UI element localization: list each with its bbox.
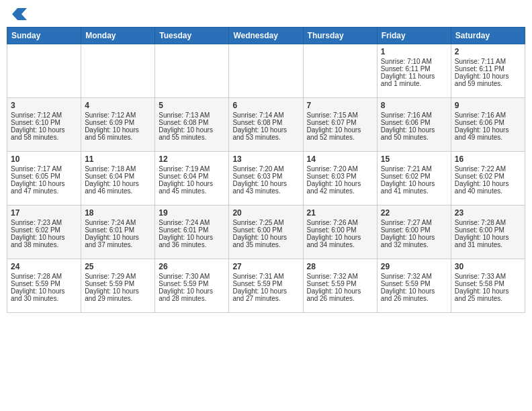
calendar-cell: 5Sunrise: 7:13 AMSunset: 6:08 PMDaylight… — [155, 98, 229, 152]
cell-info: Sunrise: 7:32 AM — [381, 273, 447, 280]
day-number: 4 — [85, 101, 151, 110]
cell-info: Sunrise: 7:29 AM — [85, 273, 151, 280]
cell-info: and 25 minutes. — [455, 295, 521, 302]
cell-info: Daylight: 10 hours — [381, 287, 447, 295]
cell-info: Sunset: 6:03 PM — [232, 173, 299, 180]
cell-info: Daylight: 10 hours — [455, 73, 521, 80]
logo — [7, 7, 27, 21]
calendar-cell: 6Sunrise: 7:14 AMSunset: 6:08 PMDaylight… — [229, 98, 303, 152]
calendar-week-3: 10Sunrise: 7:17 AMSunset: 6:05 PMDayligh… — [7, 152, 525, 205]
cell-info: Sunset: 5:59 PM — [159, 280, 225, 287]
calendar-cell: 4Sunrise: 7:12 AMSunset: 6:09 PMDaylight… — [81, 98, 155, 152]
cell-info: Sunrise: 7:13 AM — [159, 111, 225, 119]
page-header — [7, 7, 525, 21]
cell-info: Sunset: 6:02 PM — [455, 173, 521, 180]
day-number: 14 — [307, 154, 373, 164]
cell-info: Daylight: 10 hours — [11, 180, 77, 187]
calendar-cell: 10Sunrise: 7:17 AMSunset: 6:05 PMDayligh… — [7, 152, 81, 205]
cell-info: Sunrise: 7:32 AM — [307, 273, 373, 280]
day-number: 18 — [85, 208, 151, 218]
day-number: 20 — [232, 208, 299, 218]
cell-info: Sunrise: 7:21 AM — [381, 165, 447, 173]
calendar-week-2: 3Sunrise: 7:12 AMSunset: 6:10 PMDaylight… — [7, 98, 525, 152]
day-number: 9 — [455, 101, 521, 110]
cell-info: Sunset: 6:08 PM — [159, 119, 225, 126]
day-number: 28 — [307, 262, 373, 271]
calendar-cell: 26Sunrise: 7:30 AMSunset: 5:59 PMDayligh… — [155, 259, 229, 313]
cell-info: Sunset: 5:59 PM — [307, 280, 373, 287]
cell-info: Sunset: 6:03 PM — [307, 173, 373, 180]
day-number: 10 — [11, 154, 77, 164]
calendar-week-4: 17Sunrise: 7:23 AMSunset: 6:02 PMDayligh… — [7, 205, 525, 259]
calendar-cell: 12Sunrise: 7:19 AMSunset: 6:04 PMDayligh… — [155, 152, 229, 205]
cell-info: Daylight: 10 hours — [455, 287, 521, 295]
cell-info: and 30 minutes. — [11, 295, 77, 302]
calendar-cell — [155, 44, 229, 98]
calendar-cell: 30Sunrise: 7:33 AMSunset: 5:58 PMDayligh… — [451, 259, 525, 313]
calendar-cell: 15Sunrise: 7:21 AMSunset: 6:02 PMDayligh… — [377, 152, 451, 205]
cell-info: Sunrise: 7:33 AM — [455, 273, 521, 280]
cell-info: and 55 minutes. — [159, 134, 225, 141]
cell-info: Sunrise: 7:23 AM — [11, 219, 77, 226]
cell-info: Sunset: 6:07 PM — [307, 119, 373, 126]
cell-info: Sunrise: 7:19 AM — [159, 165, 225, 173]
cell-info: Sunset: 6:04 PM — [85, 173, 151, 180]
day-number: 21 — [307, 208, 373, 218]
cell-info: Sunrise: 7:30 AM — [159, 273, 225, 280]
calendar-cell: 2Sunrise: 7:11 AMSunset: 6:11 PMDaylight… — [451, 44, 525, 98]
svg-marker-0 — [12, 8, 27, 20]
cell-info: and 37 minutes. — [85, 241, 151, 248]
cell-info: and 26 minutes. — [307, 295, 373, 302]
cell-info: and 59 minutes. — [455, 80, 521, 87]
cell-info: Sunrise: 7:20 AM — [232, 165, 299, 173]
day-number: 24 — [11, 262, 77, 271]
cell-info: Sunset: 6:00 PM — [232, 226, 299, 234]
cell-info: Sunrise: 7:20 AM — [307, 165, 373, 173]
calendar-cell: 27Sunrise: 7:31 AMSunset: 5:59 PMDayligh… — [229, 259, 303, 313]
cell-info: Sunrise: 7:25 AM — [232, 219, 299, 226]
cell-info: Sunset: 6:06 PM — [381, 119, 447, 126]
cell-info: and 49 minutes. — [455, 134, 521, 141]
cell-info: Sunset: 6:00 PM — [381, 226, 447, 234]
calendar-cell: 25Sunrise: 7:29 AMSunset: 5:59 PMDayligh… — [81, 259, 155, 313]
cell-info: Sunrise: 7:11 AM — [455, 58, 521, 65]
calendar-cell: 11Sunrise: 7:18 AMSunset: 6:04 PMDayligh… — [81, 152, 155, 205]
cell-info: Daylight: 10 hours — [307, 126, 373, 134]
cell-info: Daylight: 10 hours — [455, 180, 521, 187]
day-number: 13 — [232, 154, 299, 164]
cell-info: Daylight: 10 hours — [232, 287, 299, 295]
calendar-cell: 3Sunrise: 7:12 AMSunset: 6:10 PMDaylight… — [7, 98, 81, 152]
cell-info: Daylight: 10 hours — [381, 180, 447, 187]
day-number: 16 — [455, 154, 521, 164]
calendar-cell: 9Sunrise: 7:16 AMSunset: 6:06 PMDaylight… — [451, 98, 525, 152]
cell-info: Sunset: 5:59 PM — [232, 280, 299, 287]
cell-info: and 40 minutes. — [455, 187, 521, 195]
cell-info: Sunset: 6:01 PM — [159, 226, 225, 234]
cell-info: and 56 minutes. — [85, 134, 151, 141]
calendar-cell — [229, 44, 303, 98]
day-number: 6 — [232, 101, 299, 110]
cell-info: Daylight: 10 hours — [307, 180, 373, 187]
cell-info: Sunrise: 7:28 AM — [455, 219, 521, 226]
cell-info: Sunrise: 7:15 AM — [307, 111, 373, 119]
cell-info: and 27 minutes. — [232, 295, 299, 302]
cell-info: and 41 minutes. — [381, 187, 447, 195]
day-number: 22 — [381, 208, 447, 218]
cell-info: Sunrise: 7:10 AM — [381, 58, 447, 65]
cell-info: Daylight: 10 hours — [85, 287, 151, 295]
cell-info: Sunset: 6:09 PM — [85, 119, 151, 126]
cell-info: Sunrise: 7:14 AM — [232, 111, 299, 119]
cell-info: Sunrise: 7:17 AM — [11, 165, 77, 173]
day-number: 15 — [381, 154, 447, 164]
cell-info: Daylight: 10 hours — [11, 234, 77, 241]
cell-info: Sunset: 5:59 PM — [381, 280, 447, 287]
cell-info: Sunrise: 7:22 AM — [455, 165, 521, 173]
cell-info: Sunset: 6:11 PM — [381, 65, 447, 73]
cell-info: Daylight: 10 hours — [232, 180, 299, 187]
calendar-cell — [7, 44, 81, 98]
cell-info: Sunrise: 7:28 AM — [11, 273, 77, 280]
cell-info: Sunset: 6:06 PM — [455, 119, 521, 126]
cell-info: Sunset: 6:05 PM — [11, 173, 77, 180]
cell-info: Sunset: 6:11 PM — [455, 65, 521, 73]
cell-info: Sunset: 5:59 PM — [85, 280, 151, 287]
